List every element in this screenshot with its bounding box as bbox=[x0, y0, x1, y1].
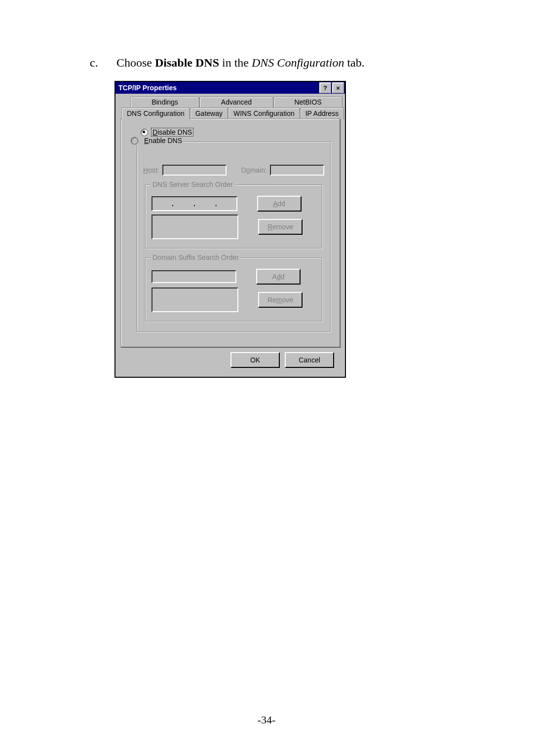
tab-row-back: Bindings Advanced NetBIOS bbox=[130, 97, 343, 108]
ok-button[interactable]: OK bbox=[230, 352, 280, 368]
dialog-footer: OK Cancel bbox=[120, 347, 340, 374]
instr-mid: in the bbox=[219, 56, 252, 69]
radio-icon bbox=[141, 129, 148, 136]
document-page: c. Choose Disable DNS in the DNS Configu… bbox=[0, 0, 533, 756]
disable-dns-label: Disable DNS bbox=[151, 128, 193, 137]
tab-row-front: DNS Configuration Gateway WINS Configura… bbox=[121, 108, 344, 119]
add-button[interactable]: Add bbox=[256, 269, 301, 285]
ip-input[interactable]: . . . bbox=[152, 196, 237, 211]
enable-dns-legend[interactable]: Enable DNS bbox=[130, 137, 183, 144]
dialog-body: Bindings Advanced NetBIOS DNS Configurat… bbox=[115, 94, 345, 377]
host-label: Host: bbox=[143, 166, 159, 174]
disable-dns-row[interactable]: Disable DNS bbox=[141, 128, 333, 137]
enable-dns-group: Enable DNS Host: Domain: DNS Server Sear… bbox=[137, 142, 331, 332]
domain-input[interactable] bbox=[270, 165, 324, 176]
list-marker: c. bbox=[90, 56, 114, 70]
titlebar[interactable]: TCP/IP Properties ? × bbox=[115, 82, 345, 94]
help-button[interactable]: ? bbox=[319, 82, 331, 93]
tab-wins-configuration[interactable]: WINS Configuration bbox=[228, 108, 300, 119]
instr-pre: Choose bbox=[116, 56, 155, 69]
tab-netbios[interactable]: NetBIOS bbox=[273, 97, 343, 108]
radio-icon bbox=[131, 137, 138, 144]
dns-server-list[interactable] bbox=[152, 215, 238, 239]
suffix-list[interactable] bbox=[152, 288, 238, 312]
suffix-input[interactable] bbox=[152, 270, 236, 283]
instruction-line: c. Choose Disable DNS in the DNS Configu… bbox=[90, 56, 365, 70]
host-domain-row: Host: Domain: bbox=[143, 165, 324, 176]
ip-add-row: . . . Add bbox=[152, 196, 316, 212]
remove-button[interactable]: Remove bbox=[258, 219, 303, 235]
host-input[interactable] bbox=[162, 165, 227, 176]
tab-gateway[interactable]: Gateway bbox=[190, 108, 228, 119]
close-button[interactable]: × bbox=[332, 82, 344, 93]
add-button[interactable]: Add bbox=[257, 196, 302, 212]
instr-italic: DNS Configuration bbox=[252, 56, 344, 69]
group-title: DNS Server Search Order bbox=[151, 180, 235, 188]
page-number: -34- bbox=[0, 714, 533, 726]
suffix-add-row: Add bbox=[152, 269, 316, 285]
dns-server-search-order-group: DNS Server Search Order . . . Add bbox=[145, 184, 322, 249]
tab-panel: Disable DNS Enable DNS Host: Domain: bbox=[120, 118, 340, 347]
tab-strip: Bindings Advanced NetBIOS DNS Configurat… bbox=[120, 97, 340, 118]
domain-label: Domain: bbox=[241, 166, 267, 174]
tab-advanced[interactable]: Advanced bbox=[199, 97, 273, 108]
list-remove-row: Remove bbox=[152, 215, 316, 239]
tcpip-properties-dialog: TCP/IP Properties ? × Bindings Advanced … bbox=[114, 81, 346, 378]
tab-dns-configuration[interactable]: DNS Configuration bbox=[121, 108, 190, 120]
cancel-button[interactable]: Cancel bbox=[285, 352, 334, 368]
tab-ip-address[interactable]: IP Address bbox=[300, 108, 344, 119]
remove-button[interactable]: Remove bbox=[258, 292, 303, 308]
instr-bold: Disable DNS bbox=[155, 56, 219, 69]
domain-suffix-search-order-group: Domain Suffix Search Order Add Remove bbox=[145, 257, 322, 322]
group-title: Domain Suffix Search Order bbox=[151, 253, 241, 261]
instr-post: tab. bbox=[344, 56, 364, 69]
suffix-list-remove-row: Remove bbox=[152, 288, 316, 312]
enable-dns-label: Enable DNS bbox=[144, 137, 182, 144]
dialog-title: TCP/IP Properties bbox=[118, 82, 318, 94]
tab-bindings[interactable]: Bindings bbox=[130, 97, 199, 108]
